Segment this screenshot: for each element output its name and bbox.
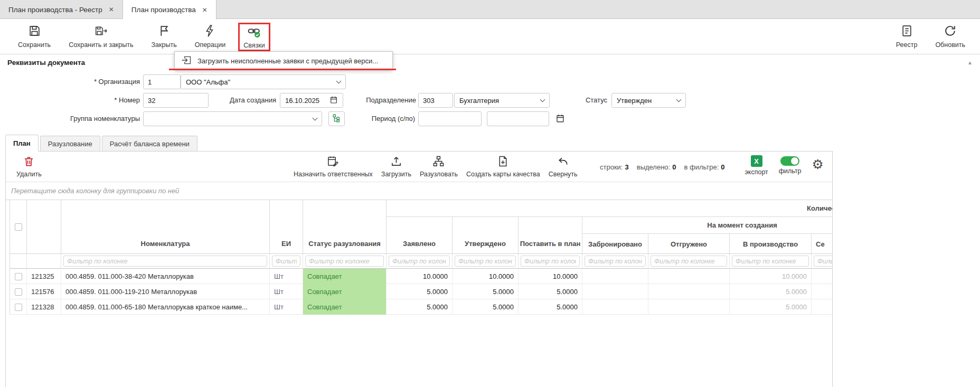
operations-button[interactable]: Операции: [190, 23, 231, 50]
filter-status-input[interactable]: [305, 256, 384, 267]
close-button[interactable]: Закрыть: [146, 23, 182, 50]
tab-explode[interactable]: Разузлование: [40, 136, 100, 152]
export-excel-button[interactable]: X экспорт: [745, 155, 768, 176]
registry-button[interactable]: Реестр: [891, 23, 923, 50]
delete-label: Удалить: [16, 171, 42, 178]
calendar-icon[interactable]: [329, 96, 338, 106]
header-explode-status[interactable]: Статус разузлования: [303, 200, 387, 254]
window-tab-registry[interactable]: План производства - Реестр ✕: [0, 0, 123, 19]
period-calendar-button[interactable]: [553, 111, 567, 126]
row-reserved: [582, 269, 648, 284]
tab-plan[interactable]: План: [5, 135, 39, 152]
filter-toggle-button[interactable]: фильтр: [779, 155, 802, 175]
header-in-production[interactable]: В производство: [730, 234, 812, 254]
header-put-in-plan[interactable]: Поставить в план: [519, 217, 582, 254]
save-and-close-button[interactable]: Сохранить и закрыть: [63, 23, 138, 50]
filter-approved-input[interactable]: [455, 256, 516, 267]
header-group-at-creation: На момент создания: [582, 217, 832, 234]
header-shipped[interactable]: Отгружено: [648, 234, 730, 254]
period-from-input[interactable]: [418, 111, 482, 126]
filter-unit-input[interactable]: [272, 256, 300, 267]
table-row[interactable]: 121328 000.4859. 011.000-65-180 Металлор…: [10, 299, 832, 315]
explode-button[interactable]: Разузловать: [420, 155, 458, 178]
links-label: Связки: [243, 42, 265, 49]
row-approved: 5.0000: [453, 284, 519, 299]
selected-count: выделено:0: [637, 163, 676, 171]
table-row[interactable]: 121325 000.4859. 011.000-38-420 Металлор…: [10, 269, 832, 284]
row-nomenclature: 000.4859. 011.000-119-210 Металлорукав: [61, 284, 270, 299]
trash-icon: [23, 155, 35, 169]
header-clipped-column[interactable]: Се: [812, 234, 832, 254]
row-checkbox[interactable]: [15, 288, 22, 296]
header-unit[interactable]: ЕИ: [270, 200, 303, 254]
row-put-in-plan: 10.0000: [519, 269, 582, 284]
menu-item-label[interactable]: Загрузить неисполненные заявки с предыду…: [197, 57, 378, 65]
create-quality-cards-button[interactable]: Создать карты качества: [466, 155, 540, 178]
grid-toolbar: Удалить Назначить ответственных Загрузит…: [6, 152, 832, 182]
filter-nomenclature-input[interactable]: [63, 256, 267, 267]
filter-requested-input[interactable]: [389, 256, 450, 267]
nomenclature-group-select[interactable]: [143, 111, 322, 126]
select-all-checkbox[interactable]: [15, 223, 22, 231]
header-reserved[interactable]: Забронировано: [582, 234, 648, 254]
row-unit: Шт: [270, 269, 303, 284]
row-requested: 10.0000: [387, 269, 453, 284]
refresh-button[interactable]: Обновить: [930, 23, 970, 50]
organization-select[interactable]: ООО "Альфа": [181, 74, 346, 89]
toggle-on-icon[interactable]: [780, 156, 799, 166]
tree-icon: [332, 114, 341, 124]
header-approved[interactable]: Утверждено: [453, 217, 519, 254]
document-plus-icon: [497, 155, 509, 169]
status-select[interactable]: Утвержден: [611, 93, 686, 108]
division-select[interactable]: Бухгалтерия: [454, 93, 550, 108]
row-checkbox[interactable]: [15, 304, 22, 311]
gear-icon[interactable]: ⚙: [812, 158, 824, 171]
tab-close-icon[interactable]: ✕: [202, 6, 208, 14]
division-name: Бухгалтерия: [459, 97, 499, 105]
header-id-cell[interactable]: [27, 200, 61, 254]
period-label: Период (с/по): [353, 111, 415, 126]
delete-button[interactable]: Удалить: [16, 155, 42, 178]
number-input[interactable]: [143, 93, 209, 108]
nomenclature-tree-button[interactable]: [328, 111, 345, 126]
row-clipped: [812, 269, 832, 284]
links-button[interactable]: Связки: [238, 23, 270, 51]
filter-reserved-input[interactable]: [585, 256, 646, 267]
filter-label: фильтр: [779, 167, 802, 175]
grid-viewport: Номенклатура ЕИ Статус разузлования Коли…: [6, 200, 832, 319]
row-reserved: [582, 299, 648, 315]
operations-label: Операции: [195, 41, 225, 49]
filter-put-in-plan-input[interactable]: [521, 256, 580, 267]
assign-responsible-label: Назначить ответственных: [294, 171, 373, 178]
organization-name: ООО "Альфа": [186, 78, 230, 86]
load-button[interactable]: Загрузить: [381, 155, 411, 178]
creation-date-input[interactable]: 16.10.2025: [280, 93, 343, 108]
tab-close-icon[interactable]: ✕: [109, 6, 114, 13]
window-tab-label: План производства: [131, 6, 196, 14]
save-button[interactable]: Сохранить: [13, 23, 56, 50]
in-filter-count-value: 0: [721, 163, 724, 171]
row-shipped: [648, 269, 730, 284]
filter-shipped-input[interactable]: [651, 256, 727, 267]
save-and-close-label: Сохранить и закрыть: [69, 41, 133, 49]
header-requested[interactable]: Заявлено: [387, 217, 453, 254]
collapse-rows-button[interactable]: Свернуть: [549, 155, 578, 178]
row-id: 121576: [27, 284, 61, 299]
table-row[interactable]: 121576 000.4859. 011.000-119-210 Металло…: [10, 284, 832, 299]
registry-icon: [900, 24, 913, 39]
division-code-input[interactable]: [418, 93, 453, 108]
row-checkbox[interactable]: [15, 273, 22, 280]
collapse-section-icon[interactable]: ▲: [967, 60, 973, 65]
filter-clipped-input[interactable]: [814, 256, 832, 267]
row-put-in-plan: 5.0000: [519, 284, 582, 299]
period-to-input[interactable]: [487, 111, 549, 126]
annotation-red-underline: [169, 69, 396, 70]
window-tab-plan[interactable]: План производства ✕: [123, 0, 216, 20]
filter-in-production-input[interactable]: [732, 256, 809, 267]
row-shipped: [648, 299, 730, 315]
tab-time-balance[interactable]: Расчёт баланса времени: [102, 136, 197, 152]
header-nomenclature[interactable]: Номенклатура: [61, 200, 270, 254]
organization-code-input[interactable]: [143, 74, 181, 89]
lightning-icon: [203, 24, 216, 39]
assign-responsible-button[interactable]: Назначить ответственных: [294, 155, 373, 178]
